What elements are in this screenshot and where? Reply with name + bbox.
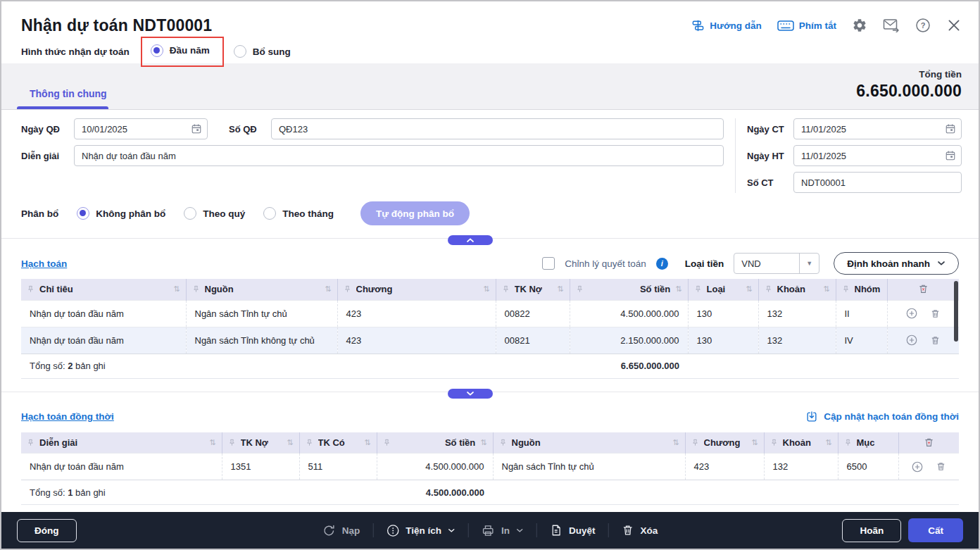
postpone-button[interactable]: Hoãn <box>842 519 901 542</box>
close-button[interactable]: Đóng <box>17 519 77 542</box>
pin-icon[interactable] <box>694 285 702 293</box>
sort-icon[interactable]: ⇅ <box>209 438 215 447</box>
delete-row-icon[interactable] <box>929 308 941 320</box>
sort-icon[interactable]: ⇅ <box>825 438 831 447</box>
add-row-icon[interactable] <box>911 461 924 473</box>
collapse-down-button[interactable] <box>448 389 493 399</box>
table-row[interactable]: Nhận dự toán đầu năm Ngân sách Tỉnh tự c… <box>21 300 959 327</box>
dinh-khoan-nhanh-button[interactable]: Định khoản nhanh <box>834 252 959 275</box>
ngay-ct-input[interactable] <box>793 118 962 139</box>
collapse-up-button[interactable] <box>448 235 493 245</box>
help-icon[interactable]: ? <box>915 18 931 33</box>
pin-icon[interactable] <box>842 285 850 293</box>
radio-theo-thang[interactable]: Theo tháng <box>263 207 334 220</box>
column-header-muc[interactable]: Mục <box>838 432 898 454</box>
pin-icon[interactable] <box>691 439 699 446</box>
calendar-icon[interactable] <box>191 123 202 135</box>
pin-icon[interactable] <box>502 285 510 293</box>
cell-nhom[interactable]: II <box>836 300 887 327</box>
calendar-icon[interactable] <box>945 123 956 135</box>
pin-icon[interactable] <box>306 439 313 446</box>
sort-icon[interactable]: ⇅ <box>287 438 293 447</box>
table-row[interactable]: Nhận dự toán đầu năm 1351 511 4.500.000.… <box>21 454 959 480</box>
cell-khoan[interactable]: 132 <box>758 327 836 354</box>
sort-icon[interactable]: ⇅ <box>364 438 370 447</box>
cell-tk-co[interactable]: 511 <box>299 454 377 480</box>
sort-icon[interactable]: ⇅ <box>557 285 563 294</box>
sort-icon[interactable]: ⇅ <box>672 438 679 447</box>
hach-toan-dong-thoi-link[interactable]: Hạch toán đồng thời <box>21 411 114 422</box>
table-scrollbar[interactable] <box>954 281 958 342</box>
delete-row-icon[interactable] <box>929 335 941 346</box>
feedback-mail-icon[interactable] <box>883 18 900 32</box>
pin-icon[interactable] <box>765 285 772 293</box>
column-header-chuong[interactable]: Chương⇅ <box>337 279 496 300</box>
reload-button[interactable]: Nạp <box>322 524 360 537</box>
ngay-ht-input[interactable] <box>793 145 962 166</box>
approve-button[interactable]: Duyệt <box>550 524 596 537</box>
sort-icon[interactable]: ⇅ <box>823 285 829 294</box>
pin-icon[interactable] <box>576 285 584 293</box>
sort-icon[interactable]: ⇅ <box>325 285 331 294</box>
column-header-khoan[interactable]: Khoản⇅ <box>764 432 838 454</box>
cell-khoan[interactable]: 132 <box>764 454 838 480</box>
delete-all-icon[interactable] <box>893 283 954 295</box>
add-row-icon[interactable] <box>905 307 918 320</box>
delete-all-icon[interactable] <box>905 437 954 449</box>
calendar-icon[interactable] <box>945 150 956 161</box>
cell-nhom[interactable]: IV <box>836 327 887 354</box>
cell-tk-no[interactable]: 00821 <box>496 327 570 354</box>
column-header-chi-tieu[interactable]: Chỉ tiêu⇅ <box>21 279 186 300</box>
cell-so-tien[interactable]: 2.150.000.000 <box>570 327 688 354</box>
cell-so-tien[interactable]: 4.500.000.000 <box>377 454 493 480</box>
so-ct-input[interactable] <box>793 172 962 193</box>
pin-icon[interactable] <box>344 285 351 293</box>
close-icon[interactable] <box>946 18 962 33</box>
sort-icon[interactable]: ⇅ <box>746 285 752 294</box>
pin-icon[interactable] <box>27 439 34 446</box>
radio-dau-nam[interactable]: Đầu năm <box>151 44 210 57</box>
tab-thong-tin-chung[interactable]: Thông tin chung <box>30 88 107 99</box>
column-header-nguon[interactable]: Nguồn⇅ <box>493 432 685 454</box>
info-icon[interactable]: i <box>656 258 668 270</box>
cell-khoan[interactable]: 132 <box>758 300 836 327</box>
column-header-nhom[interactable]: Nhóm r <box>836 279 887 300</box>
column-header-tk-no[interactable]: TK Nợ⇅ <box>222 432 299 454</box>
delete-button[interactable]: Xóa <box>622 524 658 537</box>
pin-icon[interactable] <box>499 439 507 446</box>
save-button[interactable]: Cất <box>908 518 963 542</box>
cell-tk-no[interactable]: 00822 <box>496 300 570 327</box>
cell-loai[interactable]: 130 <box>688 327 758 354</box>
cell-chuong[interactable]: 423 <box>337 327 496 354</box>
currency-select[interactable]: VND ▼ <box>734 253 819 274</box>
radio-theo-quy[interactable]: Theo quý <box>184 207 245 220</box>
cell-tk-no[interactable]: 1351 <box>222 454 299 480</box>
cell-nguon[interactable]: Ngân sách Tỉnh tự chủ <box>493 454 685 480</box>
cell-muc[interactable]: 6500 <box>838 454 898 480</box>
sort-icon[interactable]: ⇅ <box>480 438 486 447</box>
update-dong-thoi-link[interactable]: Cập nhật hạch toán đồng thời <box>805 411 959 423</box>
hach-toan-link[interactable]: Hạch toán <box>21 258 67 269</box>
sort-icon[interactable]: ⇅ <box>675 285 681 294</box>
guide-link[interactable]: Hướng dẫn <box>691 19 761 32</box>
radio-khong-phan-bo[interactable]: Không phân bổ <box>77 207 165 220</box>
column-header-delete-all[interactable] <box>887 279 959 300</box>
cell-so-tien[interactable]: 4.500.000.000 <box>570 300 688 327</box>
cell-loai[interactable]: 130 <box>688 300 758 327</box>
column-header-dien-giai[interactable]: Diễn giải⇅ <box>21 432 222 454</box>
radio-bo-sung[interactable]: Bổ sung <box>234 45 291 58</box>
auto-allocate-button[interactable]: Tự động phân bổ <box>360 201 470 225</box>
pin-icon[interactable] <box>192 285 200 293</box>
cell-chuong[interactable]: 423 <box>685 454 764 480</box>
column-header-chuong[interactable]: Chương⇅ <box>685 432 764 454</box>
print-button[interactable]: In <box>482 524 524 537</box>
cell-chi-tieu[interactable]: Nhận dự toán đầu năm <box>21 300 186 327</box>
column-header-khoan[interactable]: Khoản⇅ <box>758 279 836 300</box>
pin-icon[interactable] <box>770 439 778 446</box>
cell-nguon[interactable]: Ngân sách Tỉnh tự chủ <box>186 300 337 327</box>
table-row[interactable]: Nhận dự toán đầu năm Ngân sách Tỉnh khôn… <box>21 327 959 354</box>
ngay-qd-input[interactable] <box>74 118 208 139</box>
sort-icon[interactable]: ⇅ <box>173 285 180 294</box>
cell-dien-giai[interactable]: Nhận dự toán đầu năm <box>21 454 222 480</box>
sort-icon[interactable]: ⇅ <box>751 438 758 447</box>
